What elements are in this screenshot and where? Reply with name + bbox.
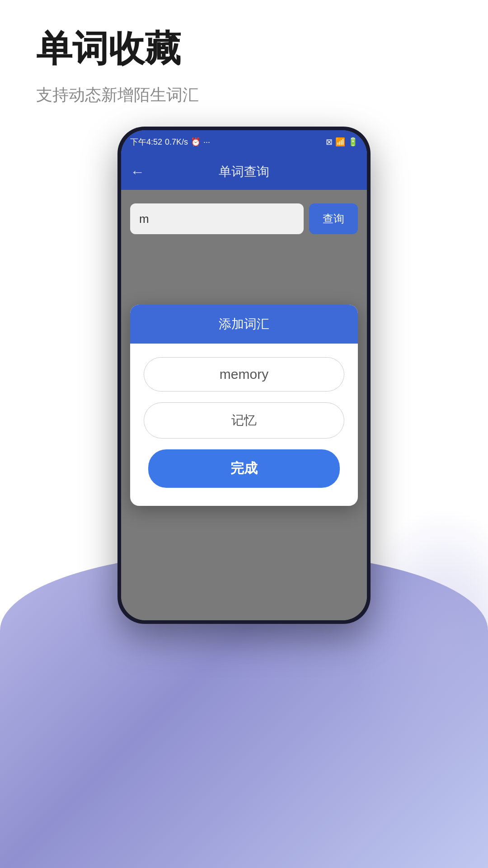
close-icon: ⊠ xyxy=(326,137,333,147)
status-speed: 0.7K/s xyxy=(165,137,188,147)
dialog-title: 添加词汇 xyxy=(219,317,269,331)
dialog-overlay: 添加词汇 memory 记忆 完成 xyxy=(121,190,367,620)
alarm-icon: ⏰ xyxy=(191,137,201,147)
app-bar-title: 单词查询 xyxy=(219,163,269,180)
app-bar: ← 单词查询 xyxy=(121,154,367,190)
word-field[interactable]: memory xyxy=(144,357,344,392)
background-blob-right xyxy=(352,506,488,778)
page-title-area: 单词收藏 支持动态新增陌生词汇 xyxy=(36,27,199,106)
dialog-body: memory 记忆 完成 xyxy=(130,344,358,506)
dialog-header: 添加词汇 xyxy=(130,305,358,344)
status-left: 下午4:52 0.7K/s ⏰ ··· xyxy=(130,137,210,147)
status-time: 下午4:52 xyxy=(130,137,162,147)
phone-mockup: 下午4:52 0.7K/s ⏰ ··· ⊠ 📶 🔋 ← 单词查询 查询 xyxy=(117,127,371,624)
battery-icon: 🔋 xyxy=(348,137,358,147)
translation-field[interactable]: 记忆 xyxy=(144,402,344,439)
back-button[interactable]: ← xyxy=(130,164,145,180)
wifi-icon: 📶 xyxy=(335,137,345,147)
status-more: ··· xyxy=(203,137,210,147)
screen-content: 查询 添加词汇 memory 记忆 完成 xyxy=(121,190,367,620)
page-title: 单词收藏 xyxy=(36,27,199,71)
phone-screen: 下午4:52 0.7K/s ⏰ ··· ⊠ 📶 🔋 ← 单词查询 查询 xyxy=(121,130,367,620)
dialog-box: 添加词汇 memory 记忆 完成 xyxy=(130,305,358,506)
page-subtitle: 支持动态新增陌生词汇 xyxy=(36,84,199,106)
status-bar: 下午4:52 0.7K/s ⏰ ··· ⊠ 📶 🔋 xyxy=(121,130,367,154)
confirm-button[interactable]: 完成 xyxy=(148,449,340,488)
status-right: ⊠ 📶 🔋 xyxy=(326,137,358,147)
